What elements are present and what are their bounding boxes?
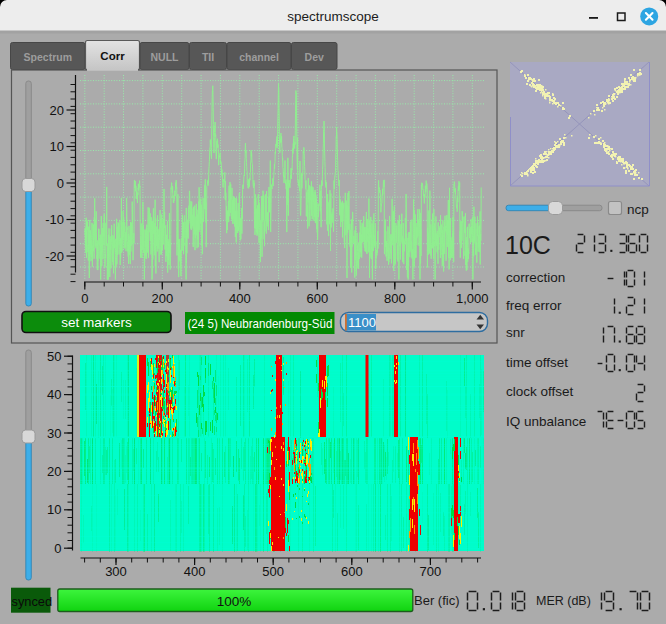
svg-text:(24 5) Neubrandenburg-Süd: (24 5) Neubrandenburg-Süd — [188, 316, 333, 331]
svg-text:20: 20 — [50, 103, 64, 118]
svg-text:synced: synced — [12, 594, 53, 609]
svg-text:600: 600 — [306, 291, 328, 306]
svg-text:NULL: NULL — [151, 51, 180, 63]
svg-text:channel: channel — [239, 51, 279, 63]
svg-text:snr: snr — [506, 325, 525, 340]
svg-text:time offset: time offset — [506, 355, 568, 370]
svg-text:400: 400 — [229, 291, 251, 306]
svg-text:MER (dB): MER (dB) — [536, 594, 591, 608]
svg-text:10: 10 — [47, 502, 61, 517]
svg-text:20: 20 — [47, 464, 61, 479]
svg-text:-20: -20 — [45, 249, 64, 264]
svg-text:1,000: 1,000 — [456, 291, 489, 306]
svg-text:0: 0 — [81, 291, 88, 306]
svg-text:10: 10 — [50, 139, 64, 154]
svg-text:100%: 100% — [217, 594, 252, 609]
svg-text:800: 800 — [384, 291, 406, 306]
svg-text:600: 600 — [341, 564, 363, 579]
svg-text:300: 300 — [105, 564, 127, 579]
svg-text:700: 700 — [420, 564, 442, 579]
svg-text:200: 200 — [151, 291, 173, 306]
svg-text:40: 40 — [47, 387, 61, 402]
svg-text:ncp: ncp — [627, 202, 649, 217]
svg-text:IQ unbalance: IQ unbalance — [506, 414, 586, 429]
svg-text:0: 0 — [54, 541, 61, 556]
svg-text:400: 400 — [184, 564, 206, 579]
svg-text:TII: TII — [202, 51, 214, 63]
svg-text:30: 30 — [47, 426, 61, 441]
svg-text:set markers: set markers — [61, 315, 132, 330]
svg-text:clock offset: clock offset — [506, 384, 574, 399]
svg-text:500: 500 — [262, 564, 284, 579]
svg-text:spectrumscope: spectrumscope — [287, 9, 379, 24]
svg-text:Dev: Dev — [305, 51, 324, 63]
svg-text:-10: -10 — [45, 212, 64, 227]
svg-text:freq error: freq error — [506, 298, 562, 313]
svg-text:50: 50 — [47, 349, 61, 364]
svg-text:Spectrum: Spectrum — [24, 51, 72, 63]
svg-text:Corr: Corr — [100, 50, 125, 62]
svg-text:10C: 10C — [505, 231, 551, 259]
svg-text:correction: correction — [506, 270, 565, 285]
svg-text:Ber (fic): Ber (fic) — [414, 593, 460, 608]
svg-text:1100: 1100 — [348, 315, 376, 330]
svg-text:0: 0 — [57, 176, 64, 191]
